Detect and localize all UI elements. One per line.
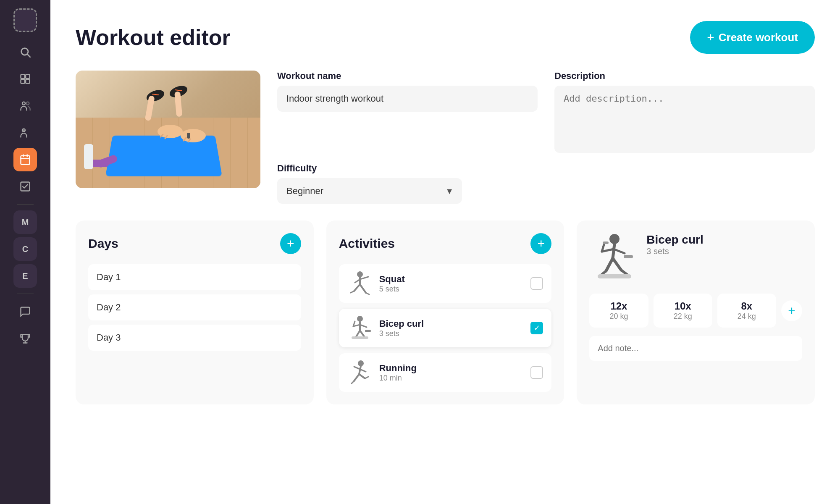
workout-name-label: Workout name: [277, 71, 538, 81]
sidebar-item-dashboard[interactable]: [13, 67, 37, 91]
bicep-checkbox[interactable]: ✓: [530, 322, 543, 334]
sidebar-item-C[interactable]: C: [13, 237, 37, 261]
create-workout-label: Create workout: [719, 31, 798, 44]
sets-row: 12x 20 kg 10x 22 kg 8x 24 kg +: [589, 294, 802, 328]
svg-line-56: [613, 244, 614, 258]
sidebar-item-search[interactable]: [13, 40, 37, 64]
day-list: Day 1 Day 2 Day 3: [88, 264, 301, 351]
day-item[interactable]: Day 3: [88, 325, 301, 351]
days-panel-title: Days: [88, 236, 118, 251]
note-input[interactable]: [589, 336, 802, 361]
svg-line-49: [354, 367, 360, 369]
set-card-3[interactable]: 8x 24 kg: [717, 294, 776, 328]
bicep-info: Bicep curl 3 sets: [379, 318, 524, 338]
svg-rect-5: [26, 79, 29, 83]
squat-name: Squat: [379, 274, 524, 285]
days-panel: Days + Day 1 Day 2 Day 3: [76, 220, 314, 404]
set-3-reps: 8x: [723, 300, 770, 312]
panels: Days + Day 1 Day 2 Day 3 Activities +: [76, 220, 815, 404]
set-card-1[interactable]: 12x 20 kg: [589, 294, 648, 328]
svg-line-42: [360, 325, 367, 327]
running-name: Running: [379, 363, 524, 374]
svg-rect-66: [598, 274, 631, 278]
sidebar-item-starred[interactable]: [13, 121, 37, 144]
svg-line-37: [366, 293, 369, 294]
workout-image: [76, 71, 260, 188]
svg-rect-46: [352, 336, 368, 339]
svg-point-6: [22, 102, 25, 105]
sidebar-item-checklist[interactable]: [13, 175, 37, 198]
sidebar-item-E[interactable]: E: [13, 264, 37, 288]
running-checkbox[interactable]: [530, 366, 543, 379]
svg-line-54: [365, 377, 368, 378]
create-workout-button[interactable]: + Create workout: [690, 21, 815, 54]
sidebar-item-calendar[interactable]: [13, 148, 37, 171]
mat-scene: [76, 71, 260, 188]
description-input[interactable]: [554, 86, 815, 153]
exercise-sets: 3 sets: [646, 247, 703, 256]
svg-rect-43: [365, 330, 371, 332]
person-svg: [109, 71, 227, 155]
workout-name-group: Workout name: [277, 71, 538, 153]
sidebar: M C E: [0, 0, 50, 504]
difficulty-select[interactable]: Beginner Intermediate Advanced: [277, 178, 462, 204]
squat-checkbox[interactable]: [530, 277, 543, 290]
svg-line-57: [602, 249, 614, 252]
squat-detail: 5 sets: [379, 285, 524, 294]
app-logo[interactable]: [13, 8, 37, 32]
svg-point-55: [609, 234, 620, 244]
add-day-button[interactable]: +: [280, 233, 301, 254]
sidebar-item-trophy[interactable]: [13, 327, 37, 350]
svg-rect-10: [21, 156, 30, 165]
description-group: Description: [554, 71, 815, 153]
detail-header: Bicep curl 3 sets: [589, 233, 802, 284]
bicep-detail: 3 sets: [379, 329, 524, 338]
squat-info: Squat 5 sets: [379, 274, 524, 294]
svg-line-32: [360, 277, 368, 279]
form-fields: Workout name Description Difficulty Begi…: [277, 71, 815, 204]
set-3-weight: 24 kg: [723, 312, 770, 321]
svg-line-62: [606, 258, 613, 271]
activity-item-bicep[interactable]: Bicep curl 3 sets ✓: [339, 309, 552, 347]
set-1-weight: 20 kg: [595, 312, 642, 321]
difficulty-select-wrapper: Beginner Intermediate Advanced ▼: [277, 178, 462, 204]
set-2-weight: 22 kg: [659, 312, 706, 321]
sidebar-item-users[interactable]: [13, 94, 37, 118]
water-bottle: [84, 144, 93, 169]
set-1-reps: 12x: [595, 300, 642, 312]
svg-point-38: [357, 316, 363, 322]
days-panel-header: Days +: [88, 233, 301, 254]
svg-rect-2: [21, 75, 25, 79]
svg-line-45: [360, 331, 364, 336]
svg-rect-61: [624, 255, 633, 258]
activity-item-squat[interactable]: Squat 5 sets: [339, 264, 552, 303]
workout-name-input[interactable]: [277, 86, 538, 112]
svg-point-47: [358, 360, 364, 366]
difficulty-group: Difficulty Beginner Intermediate Advance…: [277, 163, 462, 204]
day-item[interactable]: Day 2: [88, 294, 301, 320]
running-figure: [347, 360, 373, 385]
svg-line-35: [360, 284, 366, 293]
svg-rect-25: [187, 133, 190, 139]
activity-item-running[interactable]: Running 10 min: [339, 353, 552, 392]
svg-rect-59: [603, 242, 609, 244]
svg-line-51: [354, 374, 359, 381]
set-card-2[interactable]: 10x 22 kg: [654, 294, 712, 328]
sidebar-item-chat[interactable]: [13, 300, 37, 323]
svg-line-36: [351, 291, 354, 293]
svg-line-44: [356, 331, 360, 337]
svg-rect-4: [21, 79, 25, 83]
svg-rect-21: [145, 95, 155, 121]
sidebar-item-M[interactable]: M: [13, 210, 37, 234]
day-item[interactable]: Day 1: [88, 264, 301, 290]
exercise-name: Bicep curl: [646, 233, 703, 247]
add-set-button[interactable]: +: [781, 300, 802, 321]
sidebar-divider: [17, 204, 34, 205]
description-label: Description: [554, 71, 815, 81]
activities-panel-title: Activities: [339, 236, 395, 251]
svg-line-53: [359, 374, 365, 378]
activity-list: Squat 5 sets: [339, 264, 552, 392]
add-activity-button[interactable]: +: [530, 233, 551, 254]
workout-form: Workout name Description Difficulty Begi…: [76, 71, 815, 204]
set-2-reps: 10x: [659, 300, 706, 312]
